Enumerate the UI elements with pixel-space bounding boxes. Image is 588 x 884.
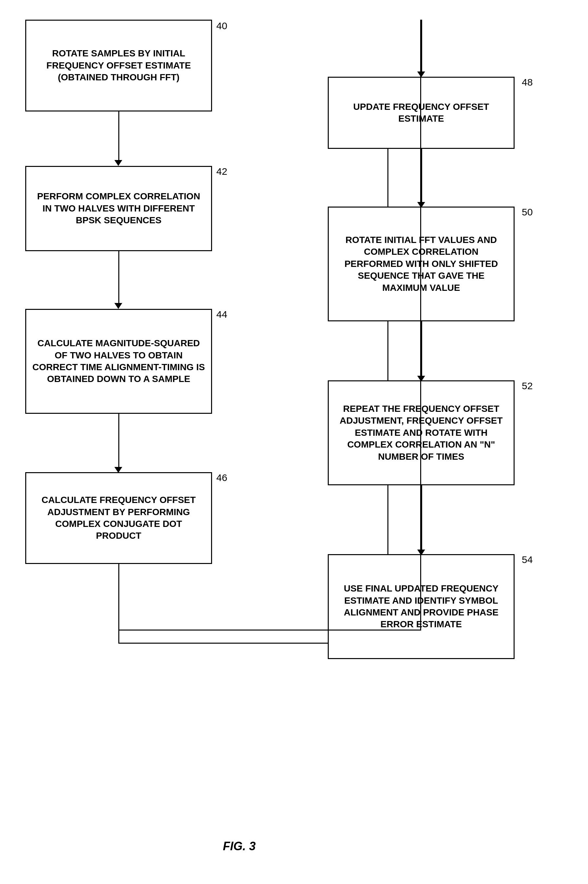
figure-label: FIG. 3 — [223, 839, 256, 853]
box-48-text: UPDATE FREQUENCY OFFSET ESTIMATE — [334, 101, 508, 125]
arrow-40-42 — [118, 111, 119, 160]
arrow-48-50 — [421, 149, 422, 202]
box-50: ROTATE INITIAL FFT VALUES AND COMPLEX CO… — [328, 207, 514, 321]
box-44: CALCULATE MAGNITUDE-SQUARED OF TWO HALVE… — [25, 309, 212, 414]
arrow-42-44-head — [114, 303, 122, 309]
top-right-connector — [421, 20, 422, 72]
label-48: 48 — [522, 77, 532, 88]
box-48: UPDATE FREQUENCY OFFSET ESTIMATE — [328, 77, 514, 149]
box-44-text: CALCULATE MAGNITUDE-SQUARED OF TWO HALVE… — [32, 338, 205, 385]
box-40: ROTATE SAMPLES BY INITIAL FREQUENCY OFFS… — [25, 20, 212, 111]
arrow-42-44 — [118, 251, 119, 303]
label-40: 40 — [216, 20, 227, 32]
box-52-text: REPEAT THE FREQUENCY OFFSET ADJUSTMENT, … — [334, 403, 508, 463]
arrow-40-42-head — [114, 160, 122, 166]
diagram-container: ROTATE SAMPLES BY INITIAL FREQUENCY OFFS… — [0, 0, 588, 884]
arrow-52-54 — [421, 485, 422, 549]
box-42: PERFORM COMPLEX CORRELATION IN TWO HALVE… — [25, 166, 212, 251]
box-46-text: CALCULATE FREQUENCY OFFSET ADJUSTMENT BY… — [32, 494, 205, 542]
label-52: 52 — [522, 380, 532, 392]
label-46: 46 — [216, 472, 227, 483]
label-44: 44 — [216, 309, 227, 320]
box-46: CALCULATE FREQUENCY OFFSET ADJUSTMENT BY… — [25, 472, 212, 564]
connector-right-up — [420, 20, 421, 630]
box-42-text: PERFORM COMPLEX CORRELATION IN TWO HALVE… — [32, 191, 205, 226]
box-54-text: USE FINAL UPDATED FREQUENCY ESTIMATE AND… — [334, 583, 508, 630]
label-54: 54 — [522, 554, 532, 565]
label-42: 42 — [216, 166, 227, 177]
box-50-text: ROTATE INITIAL FFT VALUES AND COMPLEX CO… — [334, 234, 508, 294]
box-54: USE FINAL UPDATED FREQUENCY ESTIMATE AND… — [328, 554, 514, 659]
connector-left-down — [118, 564, 119, 630]
label-50: 50 — [522, 207, 532, 218]
arrow-50-52 — [421, 321, 422, 376]
box-40-text: ROTATE SAMPLES BY INITIAL FREQUENCY OFFS… — [32, 48, 205, 83]
arrow-44-46 — [118, 414, 119, 467]
connector-bottom-right — [118, 630, 421, 630]
box-52: REPEAT THE FREQUENCY OFFSET ADJUSTMENT, … — [328, 380, 514, 485]
